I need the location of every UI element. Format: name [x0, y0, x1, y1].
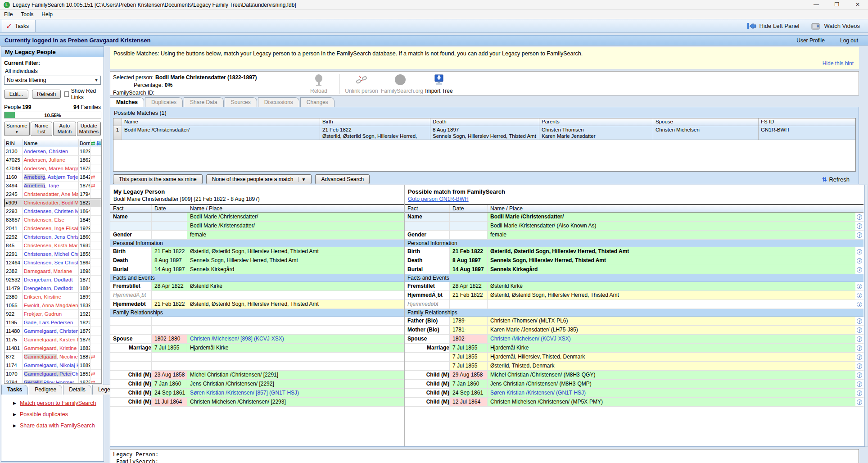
col-match-death[interactable]: Death	[430, 118, 539, 126]
people-list-row[interactable]: 11481Gammelgaard, Kristine Katrine1882	[5, 344, 101, 353]
col-match-name[interactable]: Name	[122, 118, 320, 126]
people-list-row[interactable]: 3494Arneberg, Tarje1876⇄	[5, 182, 101, 190]
info-icon[interactable]: i	[857, 399, 862, 405]
name-list-button[interactable]: Name List	[31, 122, 53, 136]
col-match-birth[interactable]: Birth	[320, 118, 430, 126]
menu-tools[interactable]: Tools	[17, 10, 37, 18]
info-icon[interactable]: i	[857, 232, 862, 238]
task-link[interactable]: ▶Share data with FamilySearch	[13, 422, 104, 429]
info-icon[interactable]: i	[857, 249, 862, 254]
tab-duplicates[interactable]: Duplicates	[145, 97, 183, 107]
tasks-toolbar-button[interactable]: ✓ Tasks	[2, 20, 36, 32]
people-list-row[interactable]: 2041Christensen, Inge Elisabeth1929	[5, 224, 101, 233]
people-list-row[interactable]: 1174Gammelgaard, Nikolaj Kristian1889	[5, 361, 101, 370]
people-list-row[interactable]: 1055Ewoldt, Anna Magdalena1839	[5, 301, 101, 310]
unlink-person-button[interactable]: Unlink person	[342, 73, 381, 94]
info-icon[interactable]: i	[857, 363, 862, 369]
tab-matches[interactable]: Matches	[110, 97, 144, 107]
log-out-link[interactable]: Log out	[840, 37, 858, 44]
people-list-row[interactable]: 845Christensen, Krista Marie Bjer1932	[5, 241, 101, 250]
col-match-spouse[interactable]: Spouse	[653, 118, 759, 126]
menu-file[interactable]: File	[0, 10, 17, 18]
info-icon[interactable]: i	[857, 354, 862, 360]
tab-share-data[interactable]: Share Data	[184, 97, 224, 107]
people-list-row[interactable]: 2382Damsgaard, Mariane1898	[5, 267, 101, 276]
fact-value-link[interactable]: Søren Kristian /Kristensen/ [857] (GN1T-…	[187, 389, 404, 397]
info-icon[interactable]: i	[857, 372, 862, 378]
people-list-row[interactable]: 92532Drengebarn, Dødfødt1871	[5, 276, 101, 284]
hide-this-hint-link[interactable]: Hide this hint	[823, 60, 854, 67]
minimize-icon[interactable]: —	[806, 0, 827, 10]
info-icon[interactable]: i	[857, 302, 862, 307]
surname-sort-button[interactable]: Surname ▾	[4, 122, 30, 136]
info-icon[interactable]: i	[857, 327, 862, 333]
info-icon[interactable]: i	[857, 284, 862, 289]
fact-value-link[interactable]: Christen /Michelsen/ (KCVJ-XSX)	[488, 335, 855, 343]
info-icon[interactable]: i	[857, 345, 862, 351]
people-list-row[interactable]: 12464Christensen, Seir Christian1864	[5, 259, 101, 267]
task-link[interactable]: ▶Match person to FamilySearch	[13, 400, 104, 406]
hide-left-panel-button[interactable]: Hide Left Panel	[747, 23, 800, 29]
refresh-list-button[interactable]: Refresh	[32, 90, 61, 99]
people-list-row[interactable]: 872Gammelgaard, Nicoline Johan1887⇄	[5, 353, 101, 361]
edit-filter-button[interactable]: Edit...	[4, 90, 28, 99]
people-list-row[interactable]: 1195Gade, Lars Pedersen1822	[5, 318, 101, 327]
import-tree-button[interactable]: Import Tree	[420, 73, 458, 94]
close-icon[interactable]: ✕	[847, 0, 868, 10]
col-rin[interactable]: RIN	[5, 139, 23, 147]
user-profile-link[interactable]: User Profile	[796, 37, 825, 44]
vertical-scrollbar[interactable]	[865, 185, 868, 447]
people-list-row[interactable]: 11479Drengebarn, Dødfødt1884	[5, 284, 101, 293]
col-match-parents[interactable]: Parents	[539, 118, 653, 126]
col-born[interactable]: Born	[79, 139, 90, 147]
info-icon[interactable]: i	[857, 293, 862, 298]
tab-discussions[interactable]: Discussions	[258, 97, 299, 107]
task-link[interactable]: ▶Possible duplicates	[13, 411, 104, 418]
col-match-fsid[interactable]: FS ID	[759, 118, 808, 126]
info-icon[interactable]: i	[857, 267, 862, 272]
people-list-row[interactable]: 47025Andersen, Juliane1862	[5, 156, 101, 164]
people-list-row[interactable]: 2380Eriksen, Kirstine1899	[5, 293, 101, 301]
info-icon[interactable]: i	[857, 390, 862, 396]
info-icon[interactable]: i	[857, 214, 862, 220]
refresh-matches-button[interactable]: ⇅ Refresh	[822, 176, 850, 183]
people-list-row[interactable]: 3794Gerrells, Pliny Hosmer1875⇄	[5, 378, 101, 383]
fact-value-link[interactable]: Søren Kristian /Kristensen/ (GN1T-HSJ)	[488, 389, 855, 397]
watch-videos-button[interactable]: Watch Videos	[811, 23, 860, 30]
people-list-row[interactable]: 11480Gammelgaard, Christen Jense1879	[5, 327, 101, 336]
tab-sources[interactable]: Sources	[225, 97, 257, 107]
left-tab-tasks[interactable]: Tasks	[1, 385, 28, 395]
col-name[interactable]: Name	[23, 139, 79, 147]
none-match-button[interactable]: None of these people are a match▼	[206, 174, 312, 184]
people-list-row[interactable]: 2245Christensdatter, Ane Margrethe1794	[5, 190, 101, 199]
people-list-row[interactable]: 2291Christensen, Michel Christian1858	[5, 250, 101, 259]
extra-filter-dropdown[interactable]: No extra filtering ▼	[4, 76, 101, 85]
info-icon[interactable]: i	[857, 318, 862, 324]
update-matches-button[interactable]: Update Matches	[77, 122, 101, 136]
left-tab-pedigree[interactable]: Pedigree	[29, 385, 62, 395]
familysearch-org-button[interactable]: FamilySearch.org	[381, 73, 420, 94]
people-list-row[interactable]: 1160Arneberg, Asbjørn Terjesen1842⇄	[5, 173, 101, 182]
advanced-search-button[interactable]: Advanced Search	[315, 174, 370, 184]
left-tab-details[interactable]: Details	[63, 385, 91, 395]
people-list-row[interactable]: 3130Andersen, Christen1829	[5, 147, 101, 156]
people-list-row[interactable]: 2293Christensen, Christen Michelsen1864	[5, 207, 101, 216]
auto-match-button[interactable]: Auto Match	[53, 122, 76, 136]
people-list-row[interactable]: 1070Gammelgaard, Peter Christian1851⇄	[5, 370, 101, 378]
possible-match-row[interactable]: 1 Bodil Marie /Christensdatter/ 21 Feb 1…	[113, 126, 855, 140]
people-list-row[interactable]: 47049Andersen, Maren Margrethe1878	[5, 164, 101, 173]
info-icon[interactable]: i	[857, 381, 862, 387]
people-list-row[interactable]: 83657Christensen, Else1845	[5, 216, 101, 224]
maximize-icon[interactable]: ❐	[827, 0, 847, 10]
info-icon[interactable]: i	[857, 223, 862, 229]
people-list-row[interactable]: 2292Christensen, Jens Christian1860	[5, 233, 101, 241]
people-list-row[interactable]: 1175Gammelgaard, Kirsten Marie1876	[5, 336, 101, 344]
show-red-links-checkbox[interactable]	[64, 91, 69, 97]
same-person-button[interactable]: This person is the same as mine	[113, 174, 203, 184]
goto-person-link[interactable]: Goto person GN1R-BWH	[405, 195, 863, 202]
people-list-row[interactable]: 922Frøkjær, Gudrun1921	[5, 310, 101, 318]
reload-button[interactable]: Reload	[299, 73, 338, 94]
people-list-row[interactable]: ▸909Christensdatter, Bodil Marie1822	[5, 199, 101, 207]
info-icon[interactable]: i	[857, 336, 862, 342]
fact-value-link[interactable]: Christen /Michelsen/ [898] (KCVJ-XSX)	[187, 335, 404, 343]
